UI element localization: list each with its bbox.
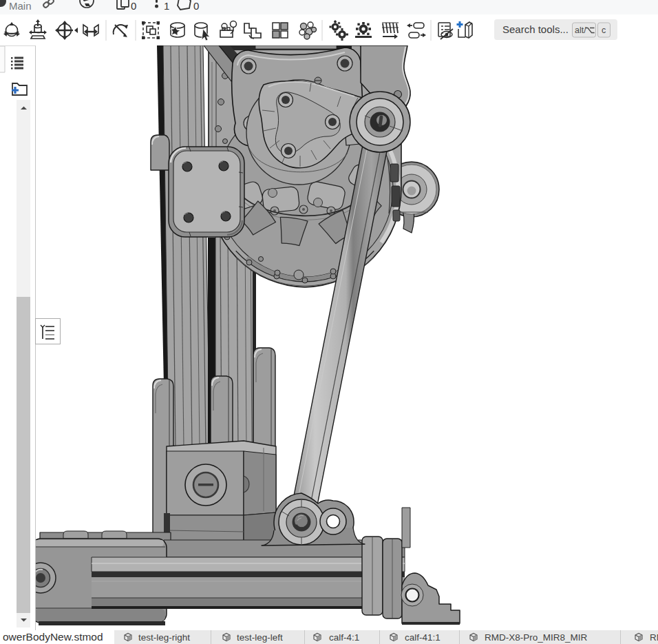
svg-text:Main: Main: [9, 0, 32, 12]
svg-text:1: 1: [164, 0, 169, 12]
svg-text:alt/: alt/: [575, 25, 586, 35]
svg-text:c: c: [602, 25, 606, 35]
svg-text:0: 0: [193, 0, 199, 12]
svg-text:0: 0: [131, 0, 136, 12]
svg-text:Search tools...: Search tools...: [502, 23, 569, 35]
